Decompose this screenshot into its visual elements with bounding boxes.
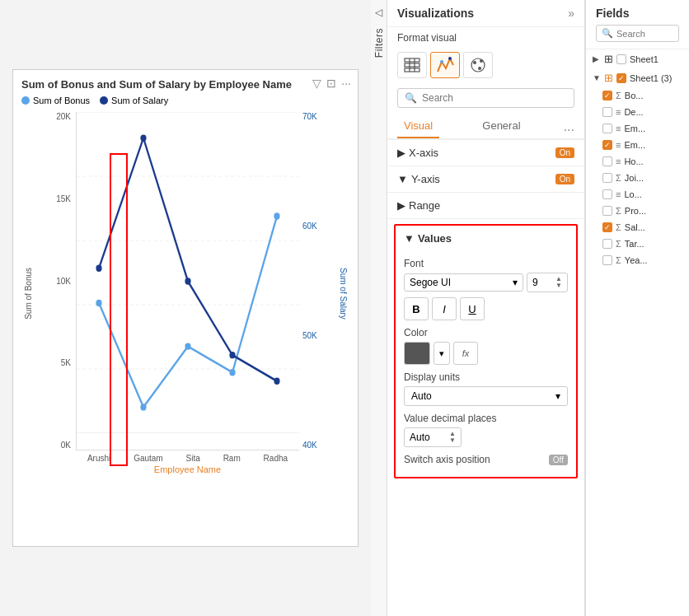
year-checkbox[interactable] xyxy=(602,255,612,265)
decimal-places-stepper[interactable]: Auto ▲ ▼ xyxy=(404,427,462,447)
em2-name: Em... xyxy=(624,140,682,150)
font-size-box[interactable]: 9 ▲ ▼ xyxy=(527,273,568,292)
dept-checkbox[interactable] xyxy=(602,107,612,117)
viz-search-input[interactable] xyxy=(422,92,567,104)
tab-visual[interactable]: Visual xyxy=(397,114,439,138)
dept-name: De... xyxy=(624,107,682,117)
x-tick-sita: Sita xyxy=(186,454,200,463)
scatter-view-btn[interactable] xyxy=(463,52,493,78)
field-bonus[interactable]: ✓ Σ Bo... xyxy=(586,87,689,104)
color-label: Color xyxy=(404,327,568,338)
underline-button[interactable]: U xyxy=(460,297,485,320)
svg-point-6 xyxy=(96,300,101,306)
svg-point-10 xyxy=(274,212,279,219)
color-swatch[interactable] xyxy=(404,342,430,365)
viz-search-box[interactable]: 🔍 xyxy=(397,88,574,108)
viz-collapse-icon[interactable]: » xyxy=(568,7,574,20)
y-axis-right: 70K 60K 50K 40K xyxy=(299,112,336,474)
expand-icon[interactable]: ⊡ xyxy=(326,77,336,90)
range-section[interactable]: ▶ Range xyxy=(387,193,584,218)
tar-checkbox[interactable] xyxy=(602,239,612,249)
color-row: ▾ fx xyxy=(404,342,568,365)
field-em2[interactable]: ✓ ≡ Em... xyxy=(586,137,689,153)
x-axis-section[interactable]: ▶ X-axis On xyxy=(387,140,584,166)
y-right-tick-60k: 60K xyxy=(302,222,317,231)
field-year[interactable]: Σ Yea... xyxy=(586,252,689,268)
table-view-btn[interactable] xyxy=(397,52,427,78)
em1-checkbox[interactable] xyxy=(602,124,612,133)
color-chevron[interactable]: ▾ xyxy=(434,342,450,365)
switch-axis-toggle[interactable]: Off xyxy=(549,455,568,465)
font-size-stepper[interactable]: ▲ ▼ xyxy=(555,276,562,289)
values-header[interactable]: ▼ Values xyxy=(396,226,576,251)
field-sheet1-3[interactable]: ▼ ⊞ ✓ Sheet1 (3) xyxy=(586,68,689,87)
field-loc[interactable]: ≡ Lo... xyxy=(586,186,689,203)
tab-general[interactable]: General xyxy=(476,114,527,138)
field-dept[interactable]: ≡ De... xyxy=(586,104,689,120)
viz-icons-row xyxy=(387,49,584,85)
x-axis-chevron: ▶ xyxy=(397,147,405,159)
tab-more-icon[interactable]: ... xyxy=(564,119,574,134)
field-em1[interactable]: ≡ Em... xyxy=(586,120,689,137)
font-family-dropdown[interactable]: Segoe UI ▾ xyxy=(404,273,523,292)
sigma-icon-tar: Σ xyxy=(616,239,621,249)
sal-checkbox[interactable]: ✓ xyxy=(602,222,612,232)
display-units-chevron: ▾ xyxy=(555,390,560,402)
field-join[interactable]: Σ Joi... xyxy=(586,170,689,186)
decimal-stepper-arrows[interactable]: ▲ ▼ xyxy=(449,431,456,444)
bonus-checkbox[interactable]: ✓ xyxy=(602,91,612,100)
chart-body: Sum of Bonus 20K 15K 10K 5K 0K xyxy=(21,112,349,474)
filter-icon[interactable]: ▽ xyxy=(312,77,321,90)
fields-title: Fields xyxy=(596,7,679,20)
legend-label-bonus: Sum of Bonus xyxy=(33,96,90,105)
font-family-value: Segoe UI xyxy=(410,277,451,288)
x-tick-gautam: Gautam xyxy=(134,454,163,463)
more-icon[interactable]: ··· xyxy=(341,77,351,90)
em2-checkbox[interactable]: ✓ xyxy=(602,140,612,150)
svg-point-22 xyxy=(448,57,452,60)
loc-checkbox[interactable] xyxy=(602,189,612,199)
sheet1-3-checkbox[interactable]: ✓ xyxy=(616,73,626,83)
y-axis-left: 20K 15K 10K 5K 0K xyxy=(35,112,76,474)
viz-panel-header: Visualizations » xyxy=(387,0,584,27)
chart-title: Sum of Bonus and Sum of Salary by Employ… xyxy=(21,78,349,91)
y-axis-section[interactable]: ▼ Y-axis On xyxy=(387,166,584,192)
collapse-filters-icon[interactable]: ◁ xyxy=(375,7,382,18)
italic-button[interactable]: I xyxy=(432,297,457,320)
bold-button[interactable]: B xyxy=(404,297,429,320)
sheet1-3-expand: ▼ xyxy=(593,73,601,82)
legend-dot-salary xyxy=(100,96,108,105)
y-right-tick-50k: 50K xyxy=(302,331,317,340)
right-panels: Visualizations » Format visual xyxy=(387,0,689,616)
sigma-icon-bonus: Σ xyxy=(616,91,621,100)
y-axis-left-label: Sum of Bonus xyxy=(24,268,33,320)
switch-axis-label: Switch axis position xyxy=(404,454,490,465)
sheet1-expand: ▶ xyxy=(593,54,601,63)
range-label: ▶ Range xyxy=(397,199,440,212)
field-pro[interactable]: Σ Pro... xyxy=(586,203,689,219)
format-visual-label: Format visual xyxy=(387,27,584,49)
font-row: Segoe UI ▾ 9 ▲ ▼ xyxy=(404,273,568,292)
fields-search-input[interactable] xyxy=(616,29,674,39)
pro-checkbox[interactable] xyxy=(602,206,612,216)
field-sal[interactable]: ✓ Σ Sal... xyxy=(586,219,689,236)
svg-rect-18 xyxy=(405,68,419,72)
field-ho[interactable]: ≡ Ho... xyxy=(586,153,689,170)
field-icon-loc: ≡ xyxy=(616,189,621,199)
x-axis-toggle[interactable]: On xyxy=(555,147,574,158)
fields-search-box[interactable]: 🔍 xyxy=(596,25,679,42)
join-checkbox[interactable] xyxy=(602,173,612,183)
filters-label[interactable]: Filters xyxy=(373,28,385,58)
fx-button[interactable]: fx xyxy=(453,342,478,365)
y-axis-toggle[interactable]: On xyxy=(555,174,574,184)
sheet1-checkbox[interactable] xyxy=(616,54,626,64)
ho-checkbox[interactable] xyxy=(602,156,612,166)
field-icon-em2: ≡ xyxy=(616,140,621,150)
em1-name: Em... xyxy=(624,124,682,133)
field-sheet1[interactable]: ▶ ⊞ Sheet1 xyxy=(586,49,689,68)
field-tar[interactable]: Σ Tar... xyxy=(586,236,689,252)
sigma-icon-year: Σ xyxy=(616,255,621,265)
display-units-dropdown[interactable]: Auto ▾ xyxy=(404,386,568,406)
chart-legend: Sum of Bonus Sum of Salary xyxy=(21,96,349,105)
chart-view-btn[interactable] xyxy=(430,52,460,78)
